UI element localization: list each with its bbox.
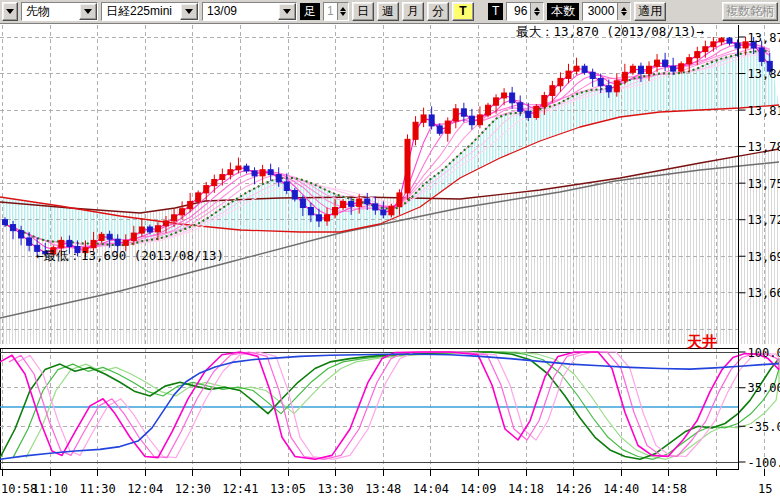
bar-count-label: 本数: [547, 3, 579, 20]
svg-text:12:41: 12:41: [222, 482, 258, 496]
svg-text:13:48: 13:48: [365, 482, 401, 496]
chevron-down-icon[interactable]: [79, 3, 97, 20]
period-minute-button[interactable]: 分: [427, 2, 449, 21]
svg-text:35.00: 35.00: [748, 381, 780, 395]
svg-text:14:40: 14:40: [603, 482, 639, 496]
chevron-down-icon[interactable]: [180, 3, 198, 20]
svg-text:13,690: 13,690: [748, 250, 780, 264]
max-price-annotation: 最大：13,870 (2013/08/13)→: [516, 25, 704, 39]
svg-text:14:18: 14:18: [508, 482, 544, 496]
period-daily-button[interactable]: 日: [352, 2, 374, 21]
chart-canvas[interactable]: 13,87013,84013,81013,78013,75013,72013,6…: [0, 25, 780, 500]
svg-text:13,780: 13,780: [748, 140, 780, 154]
chevron-down-icon: [6, 9, 14, 14]
svg-text:13,870: 13,870: [748, 31, 780, 45]
svg-text:100.00: 100.00: [748, 346, 780, 360]
spinner-buttons-icon[interactable]: [617, 3, 630, 20]
instrument-select-value: 日経225mini: [102, 3, 180, 20]
instrument-select[interactable]: 日経225mini: [101, 2, 199, 21]
svg-text:12:04: 12:04: [127, 482, 163, 496]
tick-count-spinner[interactable]: 96: [506, 2, 544, 21]
period-monthly-button[interactable]: 月: [402, 2, 424, 21]
tick-count-value: 96: [507, 3, 530, 20]
interval-spinner[interactable]: 1: [323, 2, 349, 21]
svg-text:13:30: 13:30: [318, 482, 354, 496]
interval-value: 1: [324, 3, 337, 20]
svg-text:-100.00: -100.00: [748, 456, 780, 470]
min-price-annotation: ←最低：13,690 (2013/08/13): [36, 248, 224, 263]
svg-text:12:30: 12:30: [175, 482, 211, 496]
svg-text:13,660: 13,660: [748, 286, 780, 300]
bar-count-value: 3000: [583, 3, 617, 20]
svg-text:14:04: 14:04: [413, 482, 449, 496]
svg-text:13,840: 13,840: [748, 67, 780, 81]
svg-text:14:58: 14:58: [651, 482, 687, 496]
chevron-down-icon[interactable]: [278, 3, 296, 20]
period-weekly-button[interactable]: 週: [377, 2, 399, 21]
ceiling-signal-label: 天井: [686, 333, 717, 351]
svg-text:13,720: 13,720: [748, 213, 780, 227]
svg-text:13,750: 13,750: [748, 177, 780, 191]
bar-type-label: 足: [300, 3, 320, 20]
svg-text:13,810: 13,810: [748, 104, 780, 118]
svg-text:15: 15: [758, 482, 772, 496]
apply-button[interactable]: 適用: [634, 2, 666, 21]
market-select[interactable]: 先物: [21, 2, 98, 21]
svg-text:13:05: 13:05: [270, 482, 306, 496]
contract-month-select[interactable]: 13/09: [202, 2, 297, 21]
spinner-buttons-icon[interactable]: [337, 3, 348, 20]
price-chart: 13,87013,84013,81013,78013,75013,72013,6…: [0, 25, 780, 500]
multi-symbol-button: 複数銘柄: [722, 2, 778, 21]
svg-text:-35.00: -35.00: [748, 420, 780, 434]
bar-count-spinner[interactable]: 3000: [582, 2, 631, 21]
toolbar: 先物 日経225mini 13/09 足 1 日 週 月 分 T T 96 本数…: [0, 0, 780, 24]
svg-text:11:10: 11:10: [32, 482, 68, 496]
svg-text:14:09: 14:09: [460, 482, 496, 496]
spinner-buttons-icon[interactable]: [530, 3, 543, 20]
chart-menu-button[interactable]: [2, 2, 18, 21]
contract-month-value: 13/09: [203, 3, 278, 20]
market-select-value: 先物: [22, 3, 79, 20]
period-tick-button[interactable]: T: [452, 2, 474, 21]
svg-text:11:30: 11:30: [80, 482, 116, 496]
tick-count-label: T: [488, 3, 503, 20]
svg-text:14:26: 14:26: [556, 482, 592, 496]
